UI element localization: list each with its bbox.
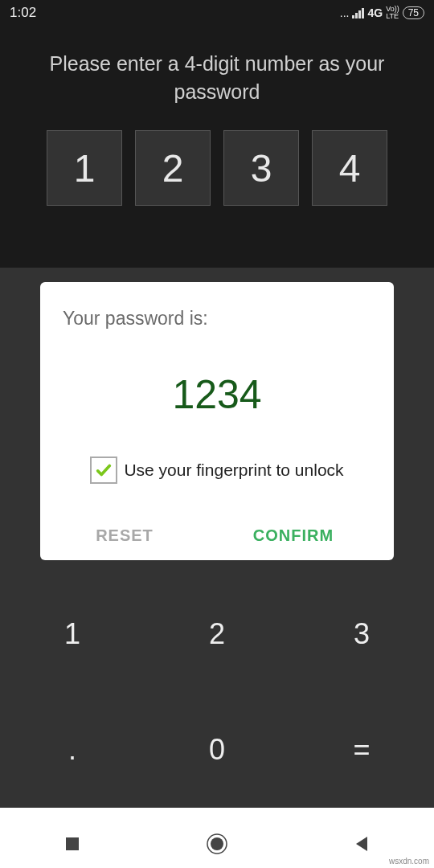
- password-card: Your password is: 1234 Use your fingerpr…: [40, 282, 394, 560]
- circle-icon: [206, 833, 228, 855]
- digit-boxes: 1 2 3 4: [0, 130, 434, 206]
- fingerprint-checkbox[interactable]: [90, 457, 117, 484]
- volte-label: Vo))LTE: [386, 6, 399, 20]
- battery-icon: 75: [403, 6, 424, 19]
- digit-box-3[interactable]: 3: [223, 130, 299, 206]
- status-right: ... 4G Vo))LTE 75: [340, 6, 424, 20]
- fingerprint-row[interactable]: Use your fingerprint to unlock: [63, 457, 371, 484]
- svg-point-2: [211, 837, 223, 850]
- digit-box-4[interactable]: 4: [312, 130, 387, 206]
- nav-recent-button[interactable]: [12, 836, 133, 852]
- nav-home-button[interactable]: [157, 833, 277, 855]
- card-actions: RESET CONFIRM: [40, 510, 394, 560]
- digit-box-1[interactable]: 1: [47, 130, 122, 206]
- square-icon: [64, 836, 80, 852]
- fingerprint-label: Use your fingerprint to unlock: [124, 461, 343, 480]
- watermark: wsxdn.com: [389, 857, 429, 866]
- nav-bar: [0, 820, 434, 868]
- key-2[interactable]: 2: [145, 576, 289, 692]
- key-dot[interactable]: .: [0, 692, 145, 808]
- card-label: Your password is:: [63, 308, 371, 330]
- key-equals[interactable]: =: [289, 692, 434, 808]
- key-1[interactable]: 1: [0, 576, 145, 692]
- nav-back-button[interactable]: [301, 835, 422, 853]
- status-bar: 1:02 ... 4G Vo))LTE 75: [0, 0, 434, 26]
- check-icon: [95, 461, 113, 479]
- key-0[interactable]: 0: [145, 692, 289, 808]
- triangle-back-icon: [353, 835, 371, 853]
- bottom-panel: Your password is: 1234 Use your fingerpr…: [0, 268, 434, 808]
- status-time: 1:02: [10, 5, 36, 21]
- instruction-text: Please enter a 4-digit number as your pa…: [0, 26, 434, 130]
- svg-rect-0: [66, 837, 79, 850]
- key-3[interactable]: 3: [289, 576, 434, 692]
- white-strip: [0, 808, 434, 820]
- digit-box-2[interactable]: 2: [135, 130, 211, 206]
- dots-icon: ...: [340, 6, 350, 19]
- network-label: 4G: [367, 6, 383, 19]
- keypad: 1 2 3 . 0 =: [0, 576, 434, 808]
- signal-icon: [352, 7, 364, 18]
- reset-button[interactable]: RESET: [40, 510, 209, 560]
- confirm-button[interactable]: CONFIRM: [209, 510, 394, 560]
- password-display: 1234: [63, 371, 371, 418]
